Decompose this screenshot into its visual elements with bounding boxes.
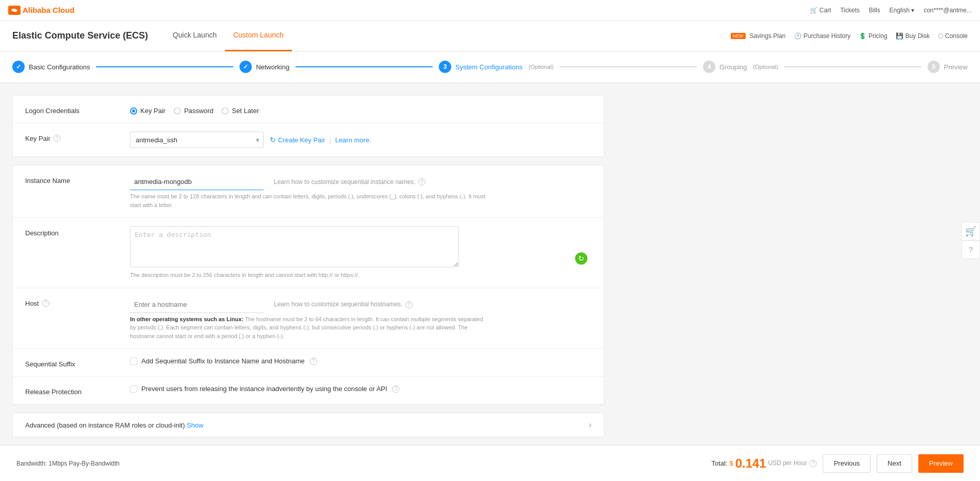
create-key-pair-link[interactable]: ↻ Create Key Pair [270,136,325,144]
next-button[interactable]: Next [877,454,912,473]
radio-password-dot [174,107,181,115]
step-system-configurations[interactable]: 3 System Configurations (Optional) [439,61,553,73]
header-bar: Elastic Compute Service (ECS) Quick Laun… [0,21,980,51]
learn-more-link[interactable]: Learn more. [335,136,371,144]
step-4-circle: 4 [703,61,715,73]
cart-link[interactable]: 🛒 Cart [810,7,831,14]
step-preview[interactable]: 5 Preview [928,61,968,73]
step-3-circle: 3 [439,61,451,73]
host-info-icon[interactable]: ? [42,300,49,307]
hostname-info-icon[interactable]: ? [405,301,413,308]
logon-credentials-label: Logon Credentials [25,104,118,115]
keypair-divider: | [329,136,331,144]
total-price: Total: $ 0.141 USD per Hour ? [711,456,817,471]
advanced-show-link[interactable]: Show [187,421,204,429]
bills-link[interactable]: Bills [869,7,880,14]
alibaba-logo[interactable]: Alibaba Cloud [8,6,75,15]
advanced-section[interactable]: Advanced (based on instance RAM roles or… [12,413,604,437]
hostname-hint-link[interactable]: Learn how to customize sequential hostna… [274,301,413,308]
instance-name-info-icon[interactable]: ? [418,178,426,186]
step-3-sublabel: (Optional) [529,64,553,70]
keypair-actions: ↻ Create Key Pair | Learn more. [270,136,371,144]
tab-quick-launch[interactable]: Quick Launch [164,21,225,51]
description-hint: The description must be 2 to 256 charact… [130,271,490,280]
description-ai-button[interactable]: ↻ [575,252,587,265]
price-amount: 0.141 [735,456,766,471]
pricing-link[interactable]: 💲 Pricing [859,32,887,40]
logon-credentials-field: Key Pair Password Set Later [130,104,591,115]
advanced-chevron-icon: › [589,420,591,430]
service-title: Elastic Compute Service (ECS) [12,30,148,41]
price-currency-symbol: $ [729,459,733,467]
instance-name-hint-link[interactable]: Learn how to customize sequential instan… [274,178,426,186]
brand-name: Alibaba Cloud [23,6,75,14]
previous-button[interactable]: Previous [823,454,871,473]
main-content: Logon Credentials Key Pair Password [0,83,617,450]
price-info-icon[interactable]: ? [809,460,817,467]
step-basic-configurations[interactable]: ✓ Basic Configurations [12,61,90,73]
description-row: Description ↻ The description must be 2 … [13,218,604,288]
key-pair-select[interactable]: antmedia_ssh [130,132,264,148]
key-pair-select-wrapper: antmedia_ssh ▾ [130,132,264,148]
radio-password[interactable]: Password [174,107,213,115]
instance-name-row: Instance Name Learn how to customize seq… [13,165,604,218]
instance-name-input[interactable] [130,174,264,190]
cart-float-button[interactable]: 🛒 [961,222,980,240]
instance-section: Instance Name Learn how to customize seq… [12,165,604,404]
float-right-panel: 🛒 ? [961,222,980,259]
logo-icon [8,6,21,15]
instance-name-label: Instance Name [25,174,118,184]
step-1-circle: ✓ [12,61,25,73]
header-right-links: NEW Savings Plan 🕐 Purchase History 💲 Pr… [731,32,968,40]
instance-name-field: Learn how to customize sequential instan… [130,174,591,209]
logon-credentials-radio-group: Key Pair Password Set Later [130,104,591,115]
key-pair-info-icon[interactable]: ? [53,135,61,142]
sequential-suffix-label: Sequential Suffix [25,357,118,368]
help-float-button[interactable]: ? [961,240,980,259]
host-label: Host ? [25,297,118,307]
radio-key-pair[interactable]: Key Pair [130,107,165,115]
stepper-bar: ✓ Basic Configurations ✓ Networking 3 Sy… [0,51,980,83]
instance-name-hint: The name must be 2 to 128 characters in … [130,192,490,209]
host-hint: In other operating systems such as Linux… [130,315,490,341]
instance-name-input-row: Learn how to customize sequential instan… [130,174,591,190]
host-hint-strong: In other operating systems such as Linux… [130,316,244,322]
key-pair-row: Key Pair ? antmedia_ssh ▾ ↻ [13,123,604,156]
step-networking[interactable]: ✓ Networking [239,61,289,73]
description-textarea[interactable] [130,226,459,267]
step-1-label: Basic Configurations [29,63,90,71]
sequential-suffix-info-icon[interactable]: ? [310,358,317,365]
keypair-row-inner: antmedia_ssh ▾ ↻ Create Key Pair | Learn… [130,132,591,148]
tickets-link[interactable]: Tickets [840,7,860,14]
user-email[interactable]: con****@antme... [923,7,972,14]
sequential-suffix-checkbox-box [130,358,137,365]
language-selector[interactable]: English ▾ [890,7,915,14]
new-badge: NEW [731,33,746,39]
description-field: ↻ The description must be 2 to 256 chara… [130,226,591,280]
buy-disk-link[interactable]: 💾 Buy Disk [896,32,930,40]
savings-plan-link[interactable]: NEW Savings Plan [731,32,786,40]
radio-key-pair-dot [130,107,137,115]
preview-button[interactable]: Preview [918,454,964,473]
brand-area: Alibaba Cloud [8,6,75,15]
host-field: Learn how to customize sequential hostna… [130,297,591,341]
step-grouping[interactable]: 4 Grouping (Optional) [703,61,778,73]
release-protection-checkbox[interactable]: Prevent users from releasing the instanc… [130,385,591,393]
key-pair-field: antmedia_ssh ▾ ↻ Create Key Pair | Learn… [130,132,591,148]
tab-custom-launch[interactable]: Custom Launch [225,21,292,51]
footer-right: Total: $ 0.141 USD per Hour ? Previous N… [711,454,964,473]
step-2-circle: ✓ [239,61,252,73]
sequential-suffix-checkbox[interactable]: Add Sequential Suffix to Instance Name a… [130,357,591,365]
purchase-history-link[interactable]: 🕐 Purchase History [794,32,850,40]
step-3-label: System Configurations [455,63,523,71]
step-4-sublabel: (Optional) [753,64,778,70]
step-5-label: Preview [944,63,968,71]
console-link[interactable]: ⬡ Console [938,32,968,40]
host-input[interactable] [130,297,264,313]
top-nav-right: 🛒 Cart Tickets Bills English ▾ con****@a… [810,7,972,14]
release-protection-info-icon[interactable]: ? [392,385,399,393]
logon-credentials-row: Logon Credentials Key Pair Password [13,96,604,123]
advanced-label: Advanced (based on instance RAM roles or… [25,421,204,429]
radio-set-later[interactable]: Set Later [221,107,259,115]
step-5-circle: 5 [928,61,940,73]
